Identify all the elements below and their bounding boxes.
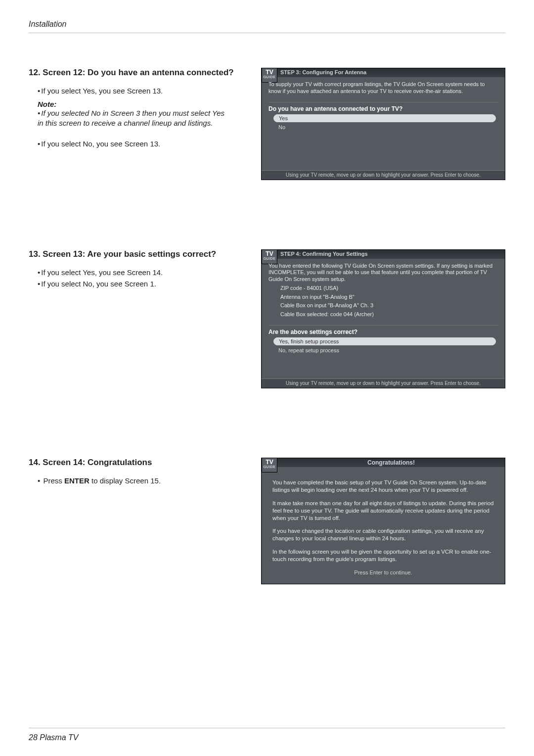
screen12-footer: Using your TV remote, move up or down to…: [262, 170, 505, 180]
section-14-bullet: Press ENTER to display Screen 15.: [38, 476, 241, 485]
screen12-options: Yes No: [273, 114, 496, 131]
section-13-heading: 13. Screen 13: Are your basic settings c…: [29, 249, 241, 259]
panel-spacer: [262, 359, 505, 378]
screen12-question: Do you have an antenna connected to your…: [268, 102, 498, 112]
screen13-question: Are the above settings correct?: [268, 325, 498, 335]
logo-bottom: GUIDE: [262, 465, 277, 469]
panel-step-title: STEP 3: Configuring For Antenna: [277, 68, 505, 76]
screen13-line1: ZIP code - 84001 (USA): [268, 285, 498, 292]
logo-top: TV: [266, 69, 273, 76]
section-12-bullet-yes: If you select Yes, you see Screen 13.: [38, 87, 241, 95]
panel-intro: To supply your TV with correct program l…: [262, 77, 505, 99]
section-12: 12. Screen 12: Do you have an antenna co…: [29, 68, 505, 180]
section-13-bullet-no: If you select No, you see Screen 1.: [38, 280, 241, 288]
congrats-footer: Press Enter to continue.: [272, 569, 494, 576]
screen13-line4: Cable Box selected: code 044 (Archer): [268, 311, 498, 318]
tv-guide-logo-icon: TV GUIDE: [262, 249, 277, 264]
panel-header: TV GUIDE STEP 3: Configuring For Antenna: [262, 68, 505, 77]
screen13-footer: Using your TV remote, move up or down to…: [262, 378, 505, 388]
panel-spacer: [262, 136, 505, 170]
section-13-text: 13. Screen 13: Are your basic settings c…: [29, 249, 241, 291]
screen13-panel: TV GUIDE STEP 4: Confirming Your Setting…: [261, 249, 505, 388]
panel-header: TV GUIDE STEP 4: Confirming Your Setting…: [262, 250, 505, 259]
bullet-post: to display Screen 15.: [89, 476, 161, 485]
screen14-panel: TV GUIDE Congratulations! You have compl…: [261, 458, 505, 585]
panel-header: TV GUIDE Congratulations!: [262, 458, 505, 467]
screen12-option-yes[interactable]: Yes: [273, 114, 496, 122]
bullet-pre: Press: [43, 476, 64, 485]
screen13-intro-text: You have entered the following TV Guide …: [268, 263, 498, 283]
logo-top: TV: [266, 250, 273, 257]
tv-guide-logo-icon: TV GUIDE: [262, 458, 277, 472]
logo-bottom: GUIDE: [262, 257, 277, 260]
panel-step-title: STEP 4: Confirming Your Settings: [277, 250, 505, 258]
congrats-p3: If you have changed the location or cabl…: [272, 527, 494, 542]
screen13-options: Yes, finish setup process No, repeat set…: [273, 337, 496, 354]
note-label: Note:: [38, 100, 241, 108]
logo-top: TV: [266, 459, 273, 466]
congrats-title: Congratulations!: [277, 458, 505, 467]
screen13-option-yes[interactable]: Yes, finish setup process: [273, 337, 496, 345]
screen13-option-no[interactable]: No, repeat setup process: [273, 347, 496, 354]
page-section-header: Installation: [29, 20, 505, 33]
screen12-intro-text: To supply your TV with correct program l…: [268, 81, 498, 95]
section-14-heading: 14. Screen 14: Congratulations: [29, 458, 241, 468]
note-body: If you selected No in Screen 3 then you …: [38, 108, 226, 129]
section-13-bullet-yes: If you select Yes, you see Screen 14.: [38, 268, 241, 277]
section-14: 14. Screen 14: Congratulations Press ENT…: [29, 458, 505, 585]
tv-guide-logo-icon: TV GUIDE: [262, 68, 277, 83]
section-12-bullet-no: If you select No, you see Screen 13.: [38, 140, 241, 148]
congrats-p1: You have completed the basic setup of yo…: [272, 479, 494, 494]
section-12-text: 12. Screen 12: Do you have an antenna co…: [29, 68, 241, 151]
section-12-heading: 12. Screen 12: Do you have an antenna co…: [29, 68, 241, 78]
screen12-panel: TV GUIDE STEP 3: Configuring For Antenna…: [261, 68, 505, 180]
section-13: 13. Screen 13: Are your basic settings c…: [29, 249, 505, 388]
screen13-line2: Antenna on input "B-Analog B": [268, 294, 498, 301]
screen13-line3: Cable Box on input "B-Analog A" Ch. 3: [268, 302, 498, 309]
logo-bottom: GUIDE: [262, 75, 277, 79]
congrats-p4: In the following screen you will be give…: [272, 548, 494, 563]
page-footer: 28 Plasma TV: [29, 728, 505, 742]
congrats-body: You have completed the basic setup of yo…: [262, 467, 505, 584]
manual-page: Installation 12. Screen 12: Do you have …: [0, 0, 534, 756]
screen12-option-no[interactable]: No: [273, 124, 496, 131]
congrats-p2: It make take more than one day for all e…: [272, 500, 494, 522]
enter-key-label: ENTER: [64, 476, 89, 485]
screen13-body: You have entered the following TV Guide …: [262, 259, 505, 322]
section-14-text: 14. Screen 14: Congratulations Press ENT…: [29, 458, 241, 488]
